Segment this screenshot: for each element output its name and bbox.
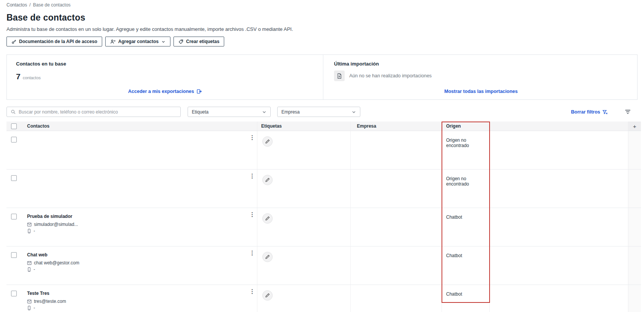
pencil-icon: [265, 254, 270, 259]
clear-filters-label: Borrar filtros: [571, 109, 600, 115]
add-column-button[interactable]: +: [628, 122, 641, 131]
contacts-count: 7 contactos: [16, 72, 314, 81]
search-icon: [11, 109, 16, 114]
envelope-icon: [27, 261, 32, 265]
origin-cell: Origen no encontrado: [442, 131, 490, 169]
row-checkbox[interactable]: [11, 137, 17, 142]
row-checkbox[interactable]: [11, 175, 17, 181]
edit-tags-button[interactable]: [262, 213, 273, 224]
breadcrumb-separator: /: [29, 2, 31, 8]
row-menu-button[interactable]: ⋮: [249, 134, 255, 140]
mobile-icon: [27, 267, 31, 272]
page-title: Base de contactos: [6, 13, 644, 23]
company-cell: [351, 170, 442, 208]
summary-card: Contactos en tu base 7 contactos Acceder…: [6, 54, 638, 100]
row-menu-button[interactable]: ⋮: [249, 250, 255, 256]
company-cell: [351, 131, 442, 169]
table-row: Teste Tres tres@teste.com - ⋮ Chatbot: [6, 285, 641, 312]
toolbar: Documentación de la API de acceso Agrega…: [6, 37, 644, 46]
column-header-spacer: [490, 122, 628, 131]
contacts-table: Contactos Etiquetas Empresa Origen + ⋮ O…: [6, 122, 641, 312]
add-contacts-button[interactable]: Agregar contactos: [105, 37, 170, 46]
file-badge: [334, 70, 345, 81]
company-filter-label: Empresa: [281, 109, 300, 115]
export-icon: [196, 89, 202, 94]
contact-email: tres@teste.com: [27, 299, 257, 304]
contact-phone: -: [27, 228, 257, 234]
contact-name: Chat web: [27, 252, 257, 258]
clear-filter-icon: [602, 109, 608, 115]
imports-summary-title: Última importación: [334, 61, 628, 67]
column-header-origen: Origen: [442, 122, 490, 131]
contact-phone: -: [27, 305, 257, 310]
tag-filter-select[interactable]: Etiqueta: [188, 107, 271, 117]
edit-tags-button[interactable]: [262, 175, 273, 185]
api-docs-label: Documentación de la API de acceso: [19, 39, 97, 44]
column-header-etiquetas: Etiquetas: [257, 122, 351, 131]
page-subtitle: Administra tu base de contactos en un so…: [6, 26, 644, 32]
company-filter-select[interactable]: Empresa: [277, 107, 360, 117]
row-checkbox[interactable]: [11, 291, 17, 296]
edit-tags-button[interactable]: [262, 252, 273, 262]
contact-email: simulador@simulad...: [27, 222, 257, 227]
contacts-summary-title: Contactos en tu base: [16, 61, 314, 67]
filters-bar: Etiqueta Empresa Borrar filtros: [6, 107, 641, 117]
tag-filter-label: Etiqueta: [192, 109, 209, 115]
exports-link[interactable]: Acceder a mis exportaciones: [128, 89, 202, 94]
column-header-contactos: Contactos: [25, 122, 257, 131]
row-menu-button[interactable]: ⋮: [249, 173, 255, 179]
search-input[interactable]: [19, 109, 177, 115]
filter-settings-icon[interactable]: [625, 109, 631, 115]
mobile-icon: [27, 306, 31, 310]
imports-summary-panel: Última importación Aún no se han realiza…: [323, 55, 637, 99]
exports-link-label: Acceder a mis exportaciones: [128, 89, 194, 94]
breadcrumb-contactos[interactable]: Contactos: [6, 2, 27, 8]
create-tags-button[interactable]: Crear etiquetas: [173, 37, 224, 46]
company-cell: [351, 285, 442, 312]
company-cell: [351, 208, 442, 246]
chevron-down-icon: [161, 40, 165, 44]
origin-cell: Chatbot: [442, 208, 490, 246]
contacts-count-number: 7: [16, 72, 21, 81]
create-tags-label: Crear etiquetas: [186, 39, 219, 44]
row-menu-button[interactable]: ⋮: [249, 211, 255, 217]
table-row: Prueba de simulador simulador@simulad...…: [6, 208, 641, 246]
origin-cell: Origen no encontrado: [442, 170, 490, 208]
select-all-checkbox[interactable]: [11, 123, 17, 129]
contacts-page: Contactos / Base de contactos Base de co…: [0, 0, 644, 312]
contact-phone: -: [27, 267, 257, 272]
pencil-icon: [265, 216, 270, 221]
imports-empty-message: Aún no se han realizado importaciones: [349, 73, 432, 78]
show-imports-link[interactable]: Mostrar todas las importaciones: [444, 89, 517, 94]
breadcrumb-current: Base de contactos: [33, 2, 71, 8]
envelope-icon: [27, 222, 32, 227]
contact-name: Teste Tres: [27, 291, 257, 296]
contacts-summary-panel: Contactos en tu base 7 contactos Acceder…: [7, 55, 323, 99]
key-icon: [11, 39, 16, 44]
user-plus-icon: [110, 39, 116, 44]
add-contacts-label: Agregar contactos: [118, 39, 159, 44]
origin-cell: Chatbot: [442, 285, 490, 312]
row-menu-button[interactable]: ⋮: [249, 288, 255, 294]
pencil-icon: [265, 139, 270, 144]
table-row: Chat web chat web@gestor.com - ⋮ Chatbot: [6, 246, 641, 285]
row-checkbox[interactable]: [11, 252, 17, 258]
edit-tags-button[interactable]: [262, 290, 273, 301]
table-row: ⋮ Origen no encontrado: [6, 131, 641, 170]
table-header: Contactos Etiquetas Empresa Origen +: [6, 122, 641, 131]
chevron-down-icon: [262, 110, 267, 114]
edit-tags-button[interactable]: [262, 136, 273, 147]
contacts-count-unit: contactos: [23, 75, 41, 80]
tag-icon: [178, 39, 183, 44]
mobile-icon: [27, 229, 31, 234]
breadcrumb: Contactos / Base de contactos: [6, 2, 644, 8]
clear-filters-link[interactable]: Borrar filtros: [571, 109, 608, 115]
chevron-down-icon: [352, 110, 356, 114]
file-icon: [337, 73, 342, 79]
row-checkbox[interactable]: [11, 214, 17, 219]
imports-empty-state: Aún no se han realizado importaciones: [334, 70, 628, 81]
envelope-icon: [27, 299, 32, 304]
api-docs-button[interactable]: Documentación de la API de acceso: [6, 37, 102, 46]
pencil-icon: [265, 293, 270, 298]
contact-name: Prueba de simulador: [27, 214, 257, 219]
